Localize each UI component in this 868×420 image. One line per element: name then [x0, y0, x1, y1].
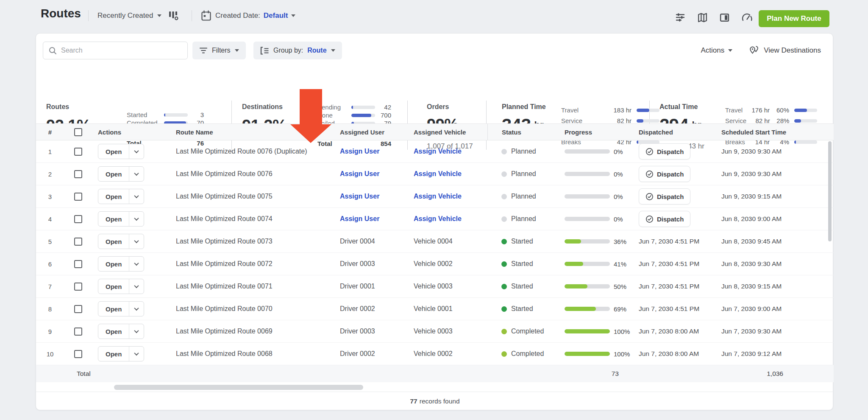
status-label: Started	[511, 238, 533, 245]
progress-cell: 100%	[565, 343, 639, 365]
assign-vehicle-link[interactable]: Assign Vehicle	[407, 163, 487, 185]
stat-label: Destinations	[242, 103, 283, 111]
assigned-user-cell: Driver 0003	[334, 320, 407, 342]
sliders-icon[interactable]	[675, 12, 686, 23]
row-checkbox[interactable]	[74, 215, 82, 223]
assigned-user-cell: Driver 0002	[334, 343, 407, 365]
open-button[interactable]: Open	[98, 189, 144, 204]
status-cell: Completed	[487, 320, 565, 342]
filters-button[interactable]: Filters	[192, 42, 246, 59]
dispatch-button[interactable]: Dispatch	[639, 188, 690, 204]
actions-dropdown[interactable]: Actions	[701, 46, 732, 55]
open-button-chevron[interactable]	[129, 144, 144, 159]
open-button[interactable]: Open	[98, 256, 144, 272]
open-button[interactable]: Open	[98, 166, 144, 182]
table-row: 9 Open Last Mile Optimized Route 0069 Dr…	[36, 320, 834, 343]
view-destinations-button[interactable]: View Destinations	[748, 46, 821, 56]
legend-row: Travel183 hr	[561, 105, 659, 115]
panel-icon[interactable]	[719, 12, 730, 23]
row-checkbox[interactable]	[74, 170, 82, 178]
scheduled-cell: Jun 9, 2030 9:30 AM	[721, 163, 834, 185]
header-dispatched: Dispatched	[639, 124, 721, 140]
open-button-label: Open	[98, 171, 129, 178]
route-name-cell: Last Mile Optimized Route 0074	[149, 208, 334, 230]
open-button[interactable]: Open	[98, 324, 144, 339]
row-number: 6	[36, 253, 64, 275]
legend-row: Travel176 hr60%	[725, 105, 817, 115]
group-by-button[interactable]: Group by: Route	[253, 42, 342, 59]
search-input[interactable]	[43, 42, 188, 59]
row-checkbox[interactable]	[74, 283, 82, 291]
legend-value: 176 hr	[746, 106, 770, 114]
open-button-chevron[interactable]	[129, 279, 144, 294]
open-button[interactable]: Open	[98, 346, 144, 361]
assign-vehicle-link[interactable]: Assign Vehicle	[407, 208, 487, 230]
open-button[interactable]: Open	[98, 211, 144, 227]
open-button[interactable]: Open	[98, 279, 144, 294]
progress-bar	[565, 262, 610, 266]
assign-vehicle-link[interactable]: Assign Vehicle	[407, 185, 487, 207]
open-button-chevron[interactable]	[129, 302, 144, 316]
view-selector-dropdown[interactable]: Recently Created	[97, 9, 161, 22]
assign-user-link[interactable]: Assign User	[334, 140, 407, 162]
table-row: 2 Open Last Mile Optimized Route 0076 As…	[36, 163, 834, 185]
row-checkbox[interactable]	[74, 193, 82, 201]
row-checkbox[interactable]	[74, 260, 82, 268]
progress-cell: 0%	[565, 208, 639, 230]
table-row: 5 Open Last Mile Optimized Route 0073 Dr…	[36, 230, 834, 253]
dispatch-button[interactable]: Dispatch	[639, 143, 690, 160]
scheduled-cell: Jun 8, 2030 9:00 AM	[721, 208, 834, 230]
progress-cell: 100%	[565, 320, 639, 342]
assign-vehicle-link[interactable]: Assign Vehicle	[407, 140, 487, 162]
row-checkbox[interactable]	[74, 238, 82, 246]
open-button-chevron[interactable]	[129, 167, 144, 181]
row-number: 8	[36, 298, 64, 320]
column-settings-icon[interactable]	[168, 10, 179, 21]
stat-label: Routes	[46, 103, 69, 111]
row-checkbox[interactable]	[74, 328, 82, 336]
legend-bar	[794, 109, 817, 112]
vertical-scrollbar-thumb[interactable]	[828, 141, 832, 241]
row-checkbox[interactable]	[74, 148, 82, 156]
created-date-dropdown[interactable]: Created Date: Default	[215, 9, 295, 22]
scheduled-cell: Jun 8, 2030 9:15 AM	[721, 275, 834, 297]
row-checkbox[interactable]	[74, 350, 82, 358]
header-scheduled: Scheduled Start Time	[721, 124, 834, 140]
dispatch-button[interactable]: Dispatch	[639, 211, 690, 227]
open-button-chevron[interactable]	[129, 212, 144, 226]
route-name-cell: Last Mile Optimized Route 0073	[149, 230, 334, 252]
assign-user-link[interactable]: Assign User	[334, 208, 407, 230]
assign-user-link[interactable]: Assign User	[334, 163, 407, 185]
progress-label: 0%	[614, 193, 632, 200]
gauge-icon[interactable]	[741, 12, 753, 22]
chevron-down-icon	[134, 328, 139, 333]
open-button[interactable]: Open	[98, 234, 144, 249]
open-button-chevron[interactable]	[129, 347, 144, 361]
open-button[interactable]: Open	[98, 144, 144, 159]
open-button-chevron[interactable]	[129, 189, 144, 204]
progress-bar	[565, 194, 610, 199]
scheduled-cell: Jun 7, 2030 9:12 AM	[721, 343, 834, 365]
status-cell: Started	[487, 230, 565, 252]
open-button-chevron[interactable]	[129, 234, 144, 249]
open-button[interactable]: Open	[98, 301, 144, 316]
map-pins-icon	[748, 46, 760, 56]
dispatch-button[interactable]: Dispatch	[639, 166, 690, 182]
horizontal-scrollbar-thumb[interactable]	[114, 385, 363, 390]
progress-cell: 0%	[565, 140, 639, 162]
open-button-label: Open	[98, 216, 129, 223]
dispatched-datetime: Jun 7, 2030 4:51 PM	[639, 260, 699, 268]
row-checkbox[interactable]	[74, 305, 82, 313]
map-icon[interactable]	[697, 12, 708, 23]
select-all-checkbox[interactable]	[74, 128, 82, 136]
assign-user-link[interactable]: Assign User	[334, 185, 407, 207]
progress-label: 100%	[614, 350, 632, 358]
plan-new-route-button[interactable]: Plan New Route	[759, 10, 829, 27]
header-divider	[192, 10, 192, 21]
progress-label: 36%	[614, 238, 632, 245]
row-number: 9	[36, 320, 64, 342]
open-button-chevron[interactable]	[129, 324, 144, 339]
assigned-user-cell: Driver 0003	[334, 253, 407, 275]
legend-bar	[351, 114, 375, 117]
open-button-chevron[interactable]	[129, 257, 144, 271]
